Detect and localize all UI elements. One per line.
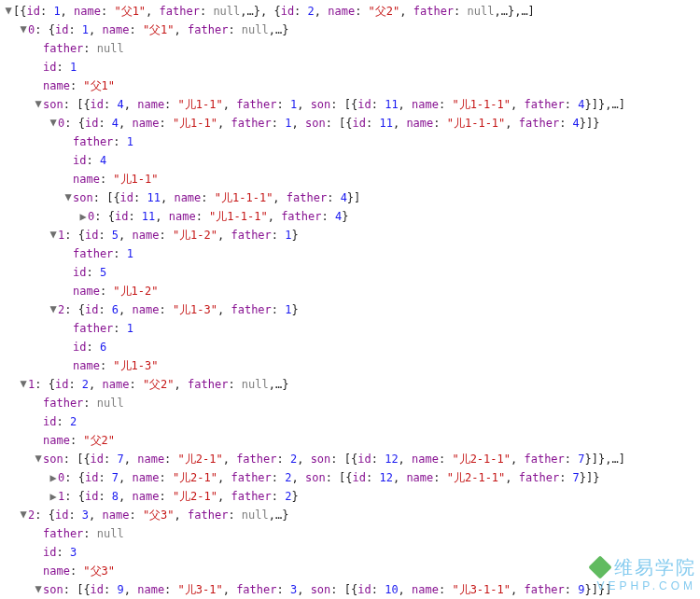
tree-row-content[interactable]: father: null: [43, 397, 124, 410]
tree-spacer: [34, 58, 43, 77]
punctuation: :: [86, 341, 99, 354]
number-value: 1: [127, 247, 133, 260]
disclosure-triangle-icon[interactable]: ▼: [49, 225, 58, 244]
tree-row-content[interactable]: 2: {id: 6, name: "儿1-3", father: 1}: [58, 303, 299, 316]
tree-row-content[interactable]: [{id: 1, name: "父1", father: null,…}, {i…: [13, 5, 535, 18]
tree-row-content[interactable]: son: [{id: 9, name: "儿3-1", father: 3, s…: [43, 583, 611, 596]
tree-row-content[interactable]: 1: {id: 2, name: "父2", father: null,…}: [28, 378, 288, 391]
prop-key: name: [133, 303, 160, 316]
disclosure-triangle-icon[interactable]: ▼: [34, 579, 43, 598]
punctuation: ,: [146, 5, 159, 18]
disclosure-triangle-icon[interactable]: ▼: [34, 449, 43, 467]
punctuation: }: [593, 117, 599, 130]
number-value: 2: [70, 415, 77, 428]
disclosure-triangle-icon[interactable]: ▼: [4, 1, 13, 20]
punctuation: }: [593, 471, 599, 484]
disclosure-triangle-icon[interactable]: ▼: [19, 505, 28, 523]
prop-key: id: [73, 266, 86, 279]
tree-spacer: [34, 412, 43, 431]
tree-row-content[interactable]: id: 5: [73, 266, 106, 279]
prop-key: name: [43, 79, 70, 92]
tree-row-content[interactable]: 0: {id: 7, name: "儿2-1", father: 2, son:…: [58, 471, 600, 484]
punctuation: :: [113, 247, 126, 260]
punctuation: :: [113, 135, 126, 148]
tree-row-content[interactable]: son: [{id: 11, name: "儿1-1-1", father: 4…: [73, 191, 360, 204]
punctuation: :: [83, 42, 96, 55]
disclosure-triangle-icon[interactable]: ▼: [19, 374, 28, 393]
tree-row-content[interactable]: father: 1: [73, 247, 133, 260]
punctuation: :: [164, 583, 177, 596]
tree-row-content[interactable]: 0: {id: 1, name: "父1", father: null,…}: [28, 23, 288, 36]
prop-key: father: [519, 117, 559, 130]
tree-row-content[interactable]: father: 1: [73, 322, 133, 335]
tree-spacer: [63, 319, 73, 338]
tree-row-content[interactable]: id: 4: [73, 154, 106, 167]
punctuation: ,: [223, 453, 236, 466]
punctuation: {: [49, 378, 55, 391]
number-value: 2: [82, 378, 89, 391]
disclosure-triangle-icon[interactable]: ▼: [34, 94, 43, 113]
tree-row-content[interactable]: name: "儿1-3": [73, 359, 158, 372]
prop-key: father: [519, 471, 559, 484]
disclosure-triangle-icon[interactable]: ▶: [49, 487, 58, 506]
tree-row-content[interactable]: name: "儿1-1": [73, 173, 158, 186]
tree-row: ▼2: {id: 3, name: "父3", father: null,…}: [0, 506, 700, 524]
punctuation: :: [83, 527, 96, 540]
tree-row-content[interactable]: name: "父2": [43, 434, 115, 447]
tree-row-content[interactable]: son: [{id: 4, name: "儿1-1", father: 1, s…: [43, 98, 625, 111]
tree-row-content[interactable]: son: [{id: 7, name: "儿2-1", father: 2, s…: [43, 453, 625, 466]
tree-row: ▼2: {id: 6, name: "儿1-3", father: 1}: [0, 300, 700, 319]
disclosure-triangle-icon[interactable]: ▼: [63, 188, 73, 206]
tree-row-content[interactable]: 0: {id: 4, name: "儿1-1", father: 1, son:…: [58, 117, 600, 130]
punctuation: ,: [260, 5, 273, 18]
number-value: 5: [112, 229, 119, 242]
tree-row: ▼son: [{id: 9, name: "儿3-1", father: 3, …: [0, 580, 700, 599]
string-value: "儿1-1-1": [452, 98, 511, 111]
prop-key: id: [120, 191, 133, 204]
prop-key: id: [55, 378, 68, 391]
tree-spacer: [63, 282, 73, 300]
tree-row-content[interactable]: 2: {id: 3, name: "父3", father: null,…}: [28, 508, 288, 522]
string-value: "父2": [369, 5, 400, 18]
prop-key: id: [73, 341, 86, 354]
tree-row-content[interactable]: id: 6: [73, 341, 106, 354]
tree-row-content[interactable]: 0: {id: 11, name: "儿1-1-1", father: 4}: [88, 210, 348, 223]
punctuation: ,: [155, 210, 168, 223]
tree-row: name: "父3": [0, 562, 700, 580]
punctuation: }: [292, 490, 299, 503]
tree-row-content[interactable]: name: "父1": [43, 79, 115, 92]
number-value: 6: [100, 341, 106, 354]
punctuation: :: [63, 98, 77, 111]
tree-row: father: null: [0, 524, 700, 543]
prop-key: father: [43, 42, 83, 55]
tree-row-content[interactable]: 1: {id: 8, name: "儿2-1", father: 2}: [58, 490, 299, 503]
punctuation: :: [371, 453, 385, 466]
punctuation: }: [580, 117, 586, 130]
punctuation: :: [64, 117, 77, 130]
prop-key: father: [236, 453, 276, 466]
punctuation: ,: [399, 453, 412, 466]
punctuation: :: [355, 5, 368, 18]
prop-key: name: [73, 285, 100, 298]
number-value: 2: [308, 5, 315, 18]
tree-row-content[interactable]: father: null: [43, 42, 124, 55]
tree-row-content[interactable]: name: "儿1-2": [73, 285, 158, 298]
tree-row-content[interactable]: id: 3: [43, 546, 77, 559]
prop-key: father: [231, 303, 271, 316]
tree-row-content[interactable]: id: 1: [43, 61, 77, 74]
tree-row-content[interactable]: father: 1: [73, 135, 133, 148]
punctuation: ,: [175, 23, 188, 36]
disclosure-triangle-icon[interactable]: ▶: [49, 468, 58, 487]
tree-row: ▼0: {id: 1, name: "父1", father: null,…}: [0, 21, 700, 39]
disclosure-triangle-icon[interactable]: ▼: [19, 20, 28, 38]
tree-row-content[interactable]: name: "父3": [43, 564, 115, 578]
string-value: "儿1-3": [173, 303, 217, 316]
disclosure-triangle-icon[interactable]: ▼: [49, 300, 58, 318]
tree-row-content[interactable]: father: null: [43, 527, 124, 540]
punctuation: ,: [297, 453, 310, 466]
tree-row-content[interactable]: id: 2: [43, 415, 77, 428]
tree-row-content[interactable]: 1: {id: 5, name: "儿1-2", father: 1}: [58, 229, 299, 242]
disclosure-triangle-icon[interactable]: ▼: [49, 113, 58, 132]
disclosure-triangle-icon[interactable]: ▶: [78, 207, 88, 226]
punctuation: :: [63, 453, 77, 466]
